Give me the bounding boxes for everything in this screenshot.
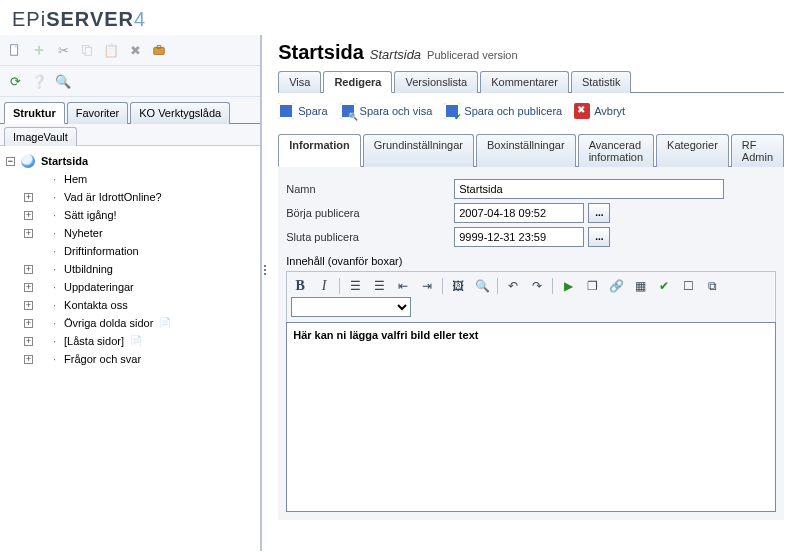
toolbox-icon[interactable] — [150, 41, 168, 59]
bulleted-list-button[interactable]: ☰ — [370, 277, 388, 295]
sub-tabbar: Information Grundinställningar Boxinstäl… — [278, 133, 784, 167]
tab-visa[interactable]: Visa — [278, 71, 321, 93]
expand-icon[interactable] — [24, 355, 33, 364]
indent-button[interactable]: ⇥ — [418, 277, 436, 295]
start-publish-label: Börja publicera — [286, 207, 454, 219]
expand-icon[interactable] — [24, 229, 33, 238]
tab-versionslista[interactable]: Versionslista — [394, 71, 478, 93]
save-button[interactable]: Spara — [278, 103, 327, 119]
tab-imagevault[interactable]: ImageVault — [4, 127, 77, 146]
editor-content: Här kan ni lägga valfri bild eller text — [293, 329, 478, 341]
save-and-view-button[interactable]: Spara och visa — [340, 103, 433, 119]
tab-avancerad[interactable]: Avancerad information — [578, 134, 654, 167]
start-publish-input[interactable] — [454, 203, 584, 223]
tab-boxinstallningar[interactable]: Boxinställningar — [476, 134, 576, 167]
left-panel: ✂ 📋 ✖ ⟳ ❔ 🔍 Struktur Favoriter KO Verkty… — [0, 35, 262, 551]
tab-redigera[interactable]: Redigera — [323, 71, 392, 93]
expand-icon[interactable] — [24, 319, 33, 328]
svg-rect-2 — [85, 47, 91, 55]
image-button[interactable]: 🖼 — [449, 277, 467, 295]
window-button[interactable]: ❐ — [583, 277, 601, 295]
italic-button[interactable]: I — [315, 277, 333, 295]
tab-struktur[interactable]: Struktur — [4, 102, 65, 124]
help-icon[interactable]: ❔ — [30, 72, 48, 90]
name-input[interactable] — [454, 179, 724, 199]
name-label: Namn — [286, 183, 454, 195]
check-button[interactable]: ✔ — [655, 277, 673, 295]
cut-icon[interactable]: ✂ — [54, 41, 72, 59]
form-area: Namn Börja publicera ... Sluta publicera… — [278, 167, 784, 520]
lock-badge-icon: 📄 — [130, 332, 142, 350]
tree-root[interactable]: Startsida — [6, 152, 256, 170]
tree-item-nyheter[interactable]: ·Nyheter — [24, 224, 256, 242]
tab-favoriter[interactable]: Favoriter — [67, 102, 128, 124]
outdent-button[interactable]: ⇤ — [394, 277, 412, 295]
tree-item-kontakta[interactable]: ·Kontakta oss — [24, 296, 256, 314]
bold-button[interactable]: B — [291, 277, 309, 295]
table-button[interactable]: ▦ — [631, 277, 649, 295]
copy-button[interactable]: ⧉ — [703, 277, 721, 295]
numbered-list-button[interactable]: ☰ — [346, 277, 364, 295]
anchor-button[interactable]: ▶ — [559, 277, 577, 295]
expand-icon[interactable] — [24, 265, 33, 274]
save-publish-icon — [444, 103, 460, 119]
expand-icon[interactable] — [24, 337, 33, 346]
tree-item-utbildning[interactable]: ·Utbildning — [24, 260, 256, 278]
tab-kommentarer[interactable]: Kommentarer — [480, 71, 569, 93]
tab-kategorier[interactable]: Kategorier — [656, 134, 729, 167]
tree-root-label: Startsida — [41, 152, 88, 170]
page-badge-icon: 📄 — [159, 314, 171, 332]
cancel-icon — [574, 103, 590, 119]
svg-rect-0 — [11, 45, 18, 56]
tab-ko-verktygslada[interactable]: KO Verktygslåda — [130, 102, 230, 124]
paste-icon[interactable]: 📋 — [102, 41, 120, 59]
left-tabs: Struktur Favoriter KO Verktygslåda — [0, 97, 260, 124]
tree-item-uppdateringar[interactable]: ·Uppdateringar — [24, 278, 256, 296]
page-status: Publicerad version — [427, 49, 518, 61]
tree-item-ovriga[interactable]: ·Övriga dolda sidor📄 — [24, 314, 256, 332]
rte-toolbar: B I ☰ ☰ ⇤ ⇥ 🖼 🔍 ↶ ↷ ▶ — [286, 271, 776, 322]
start-publish-picker-button[interactable]: ... — [588, 203, 610, 223]
undo-button[interactable]: ↶ — [504, 277, 522, 295]
search-icon[interactable]: 🔍 — [54, 72, 72, 90]
redo-button[interactable]: ↷ — [528, 277, 546, 295]
stop-publish-picker-button[interactable]: ... — [588, 227, 610, 247]
editor-label: Innehåll (ovanför boxar) — [286, 255, 776, 267]
cancel-button[interactable]: Avbryt — [574, 103, 625, 119]
tab-information[interactable]: Information — [278, 134, 361, 167]
tree-item-fragor[interactable]: ·Frågor och svar — [24, 350, 256, 368]
stop-publish-input[interactable] — [454, 227, 584, 247]
delete-icon[interactable]: ✖ — [126, 41, 144, 59]
find-button[interactable]: 🔍 — [473, 277, 491, 295]
expand-icon[interactable] — [24, 283, 33, 292]
expand-icon[interactable] — [24, 211, 33, 220]
refresh-icon[interactable]: ⟳ — [6, 72, 24, 90]
tree-item-drift[interactable]: ·Driftinformation — [24, 242, 256, 260]
style-select[interactable] — [291, 297, 411, 317]
tab-rf-admin[interactable]: RF Admin — [731, 134, 784, 167]
save-icon — [278, 103, 294, 119]
copy-icon[interactable] — [78, 41, 96, 59]
page-tree: Startsida ·Hem ·Vad är IdrottOnline? ·Sä… — [0, 146, 260, 551]
save-view-icon — [340, 103, 356, 119]
page-title: Startsida — [278, 41, 364, 64]
form-button[interactable]: ☐ — [679, 277, 697, 295]
tab-grundinstallningar[interactable]: Grundinställningar — [363, 134, 474, 167]
add-icon[interactable] — [30, 41, 48, 59]
link-button[interactable]: 🔗 — [607, 277, 625, 295]
tree-item-satt[interactable]: ·Sätt igång! — [24, 206, 256, 224]
expand-icon[interactable] — [24, 193, 33, 202]
collapse-icon[interactable] — [6, 157, 15, 166]
tree-item-hem[interactable]: ·Hem — [24, 170, 256, 188]
stop-publish-label: Sluta publicera — [286, 231, 454, 243]
app-logo: EPiSERVER4 — [0, 0, 794, 35]
actions-row: Spara Spara och visa Spara och publicera… — [278, 93, 784, 125]
new-page-icon[interactable] — [6, 41, 24, 59]
save-and-publish-button[interactable]: Spara och publicera — [444, 103, 562, 119]
tree-item-vad[interactable]: ·Vad är IdrottOnline? — [24, 188, 256, 206]
tab-statistik[interactable]: Statistik — [571, 71, 632, 93]
page-subtitle: Startsida — [370, 47, 421, 62]
expand-icon[interactable] — [24, 301, 33, 310]
rte-editor[interactable]: Här kan ni lägga valfri bild eller text — [286, 322, 776, 512]
tree-item-lasta[interactable]: ·[Låsta sidor]📄 — [24, 332, 256, 350]
